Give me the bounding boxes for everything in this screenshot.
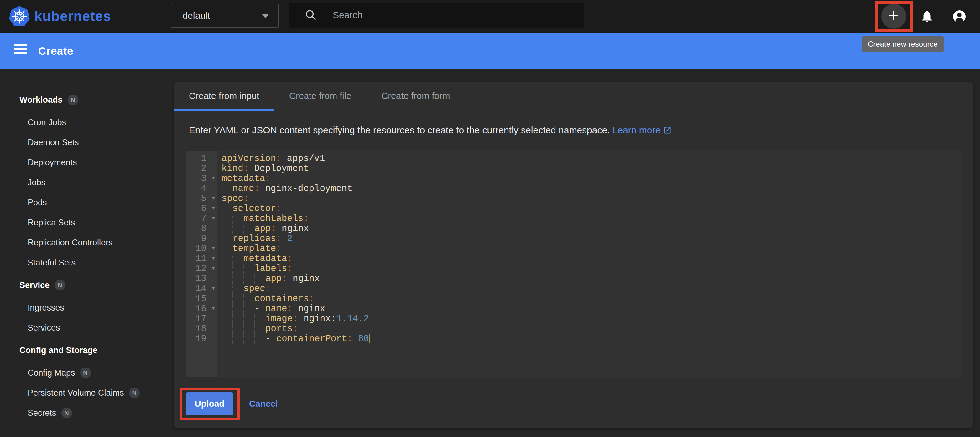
indent-guide [221,244,232,254]
sidebar-item-services[interactable]: Services [19,318,174,338]
namespaced-badge: N [68,95,78,105]
code-line-13[interactable]: app: nginx [221,274,962,284]
indent-guide [232,324,243,334]
search-bar [289,3,584,27]
indent-guide [232,314,243,324]
fold-arrow-icon[interactable]: ▾ [212,193,215,203]
fold-arrow-icon[interactable]: ▾ [212,244,215,253]
code-line-2[interactable]: kind: Deployment [221,164,962,174]
sidebar-item-secrets[interactable]: SecretsN [19,403,174,423]
namespaced-badge: N [80,367,91,378]
sidebar-item-cron-jobs[interactable]: Cron Jobs [19,112,174,132]
fold-arrow-icon[interactable]: ▾ [212,283,215,294]
code-line-15[interactable]: containers: [221,294,962,304]
gutter-line-3[interactable]: 3▾ [186,174,217,184]
code-line-11[interactable]: metadata: [221,254,962,264]
tab-create-from-form[interactable]: Create from form [366,82,465,111]
sidebar-item-stateful-sets[interactable]: Stateful Sets [19,253,174,273]
code-line-10[interactable]: template: [221,244,962,254]
sidebar-item-config-maps[interactable]: Config MapsN [19,363,174,383]
fold-arrow-icon[interactable]: ▾ [212,253,215,264]
code-line-12[interactable]: labels: [221,264,962,274]
code-line-18[interactable]: ports: [221,324,962,334]
gutter-line-14[interactable]: 14▾ [186,284,217,294]
namespace-select[interactable]: default [171,4,279,27]
indent-guide [232,264,243,274]
gutter-line-11[interactable]: 11▾ [186,254,217,264]
menu-hamburger-icon[interactable] [14,44,27,58]
indent-guide [221,214,232,224]
gutter-line-16[interactable]: 16▾ [186,304,217,314]
code-line-1[interactable]: apiVersion: apps/v1 [221,154,962,164]
sidebar-section-service[interactable]: ServiceN [19,275,174,295]
gutter-line-13[interactable]: 13 [186,274,217,284]
sidebar-item-persistent-volume-claims[interactable]: Persistent Volume ClaimsN [19,383,174,403]
sidebar-section-workloads[interactable]: WorkloadsN [19,90,174,110]
search-input[interactable] [333,3,571,27]
gutter-line-8[interactable]: 8 [186,224,217,234]
code-line-5[interactable]: spec: [221,194,962,204]
indent-guide [243,264,255,274]
code-line-17[interactable]: image: nginx:1.14.2 [221,314,962,324]
sidebar-item-label: Daemon Sets [27,138,79,147]
search-icon [304,9,317,21]
gutter-line-7[interactable]: 7▾ [186,214,217,224]
tab-create-from-input[interactable]: Create from input [174,82,274,111]
kubernetes-logo-icon[interactable] [9,6,30,27]
indent-guide [243,224,255,234]
gutter-line-17[interactable]: 17 [186,314,217,324]
fold-arrow-icon[interactable]: ▾ [212,304,215,314]
code-line-7[interactable]: matchLabels: [221,214,962,224]
sidebar-item-replica-sets[interactable]: Replica Sets [19,212,174,233]
gutter-line-5[interactable]: 5▾ [186,194,217,204]
code-line-16[interactable]: - name: nginx [221,304,962,314]
learn-more-link[interactable]: Learn more [612,125,660,135]
fold-arrow-icon[interactable]: ▾ [212,214,215,223]
sidebar-item-pods[interactable]: Pods [19,193,174,212]
cancel-button[interactable]: Cancel [249,392,278,415]
top-bar: kubernetes default + [0,0,980,33]
highlight-box-plus [875,1,913,32]
code-line-14[interactable]: spec: [221,284,962,294]
gutter-line-6[interactable]: 6▾ [186,204,217,214]
fold-arrow-icon[interactable]: ▾ [212,203,215,214]
editor-code[interactable]: apiVersion: apps/v1kind: Deploymentmetad… [217,151,962,377]
sidebar-item-jobs[interactable]: Jobs [19,173,174,193]
tab-create-from-file[interactable]: Create from file [274,82,366,111]
gutter-line-4[interactable]: 4 [186,184,217,194]
indent-guide [221,184,232,194]
gutter-line-1[interactable]: 1 [186,154,217,164]
indent-guide [232,294,243,304]
gutter-line-2[interactable]: 2 [186,164,217,174]
namespaced-badge: N [54,280,65,290]
indent-guide [221,284,232,294]
gutter-line-19[interactable]: 19 [186,334,217,344]
sidebar-item-deployments[interactable]: Deployments [19,152,174,173]
code-line-4[interactable]: name: nginx-deployment [221,184,962,194]
indent-guide [255,334,266,344]
code-line-6[interactable]: selector: [221,204,962,214]
code-line-9[interactable]: replicas: 2 [221,234,962,244]
sidebar-section-config-and-storage[interactable]: Config and Storage [19,340,174,360]
code-line-8[interactable]: app: nginx [221,224,962,234]
code-line-19[interactable]: - containerPort: 80 [221,334,962,344]
gutter-line-10[interactable]: 10▾ [186,244,217,254]
sidebar-item-replication-controllers[interactable]: Replication Controllers [19,233,174,253]
sidebar-item-daemon-sets[interactable]: Daemon Sets [19,132,174,152]
code-line-3[interactable]: metadata: [221,174,962,184]
upload-button[interactable]: Upload [186,392,234,415]
gutter-line-12[interactable]: 12▾ [186,264,217,274]
tooltip-create-new-resource: Create new resource [862,36,944,52]
yaml-editor[interactable]: 123▾45▾6▾7▾8910▾11▾12▾1314▾1516▾171819 a… [186,151,962,377]
gutter-line-15[interactable]: 15 [186,294,217,304]
gutter-line-9[interactable]: 9 [186,234,217,244]
app-bar: Create [0,33,980,70]
account-icon[interactable] [952,9,967,24]
brand-wordmark[interactable]: kubernetes [35,0,111,33]
fold-arrow-icon[interactable]: ▾ [212,264,215,274]
sidebar-section-label: Service [19,280,49,290]
sidebar-item-ingresses[interactable]: Ingresses [19,298,174,318]
notifications-bell-icon[interactable] [920,9,934,24]
gutter-line-18[interactable]: 18 [186,324,217,334]
fold-arrow-icon[interactable]: ▾ [212,173,215,184]
